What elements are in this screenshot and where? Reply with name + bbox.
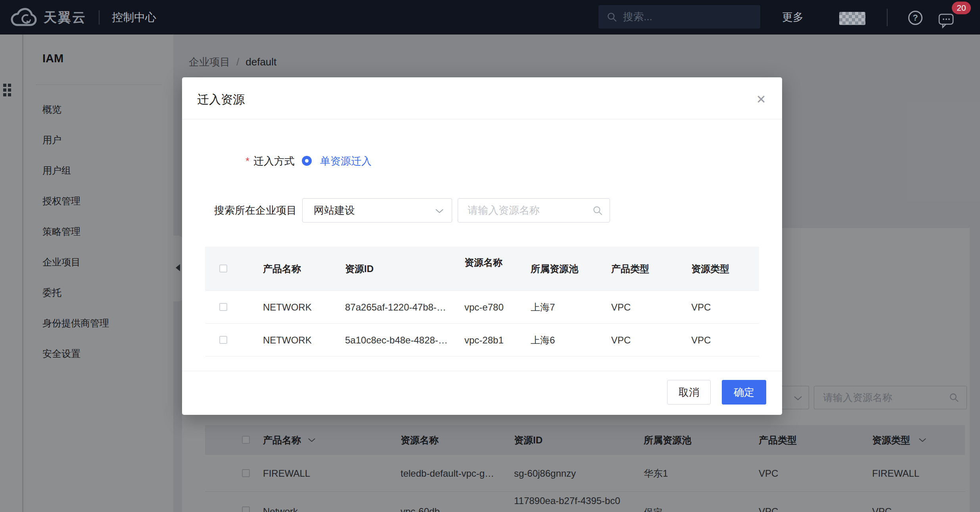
migration-mode-label: 迁入方式 [253, 154, 295, 168]
table-row[interactable]: NETWORK 87a265af-1220-47b8-… vpc-e780 上海… [205, 291, 759, 324]
table-row[interactable]: NETWORK 5a10c8ec-b48e-4828-… vpc-28b1 上海… [205, 324, 759, 357]
cloud-logo-icon [9, 7, 40, 27]
more-menu[interactable]: 更多 [782, 0, 804, 35]
app-root: 天翼云 控制中心 搜索... 更多 ? 20 IAM 概览 用户 [0, 0, 980, 512]
modal-header-divider [182, 119, 782, 119]
messages-icon[interactable] [938, 13, 954, 29]
help-icon[interactable]: ? [908, 11, 922, 25]
cell-resource-type: VPC [691, 324, 711, 357]
resource-name-input[interactable]: 请输入资源名称 [458, 198, 610, 222]
cell-product-type: VPC [611, 291, 631, 324]
notification-badge[interactable]: 20 [952, 2, 971, 14]
chevron-down-icon [435, 209, 444, 213]
cell-resource-pool: 上海7 [531, 291, 555, 324]
cell-resource-id: 5a10c8ec-b48e-4828-… [345, 324, 448, 357]
migrate-resources-modal: 迁入资源 ✕ * 迁入方式 单资源迁入 搜索所在企业项目 网站建设 请输入资源名… [182, 77, 782, 415]
cell-product-name: NETWORK [263, 324, 312, 357]
row-checkbox[interactable] [219, 336, 227, 344]
global-search-input[interactable]: 搜索... [598, 5, 760, 29]
modal-footer-divider [182, 371, 782, 371]
confirm-button[interactable]: 确定 [722, 380, 766, 405]
cell-product-type: VPC [611, 324, 631, 357]
cell-resource-id: 87a265af-1220-47b8-… [345, 291, 446, 324]
project-select[interactable]: 网站建设 [302, 198, 452, 222]
topbar-divider [99, 10, 100, 25]
topbar: 天翼云 控制中心 搜索... 更多 ? 20 [0, 0, 980, 35]
resource-name-placeholder: 请输入资源名称 [468, 199, 540, 222]
search-icon [592, 205, 603, 216]
col-resource-name: 资源名称 [464, 256, 504, 269]
col-resource-id: 资源ID [345, 263, 374, 275]
search-icon [606, 12, 618, 23]
user-account-name[interactable] [839, 12, 865, 25]
cancel-button[interactable]: 取消 [667, 380, 711, 405]
modal-title: 迁入资源 [197, 92, 245, 108]
single-resource-radio-label[interactable]: 单资源迁入 [320, 154, 372, 168]
cell-resource-type: VPC [691, 291, 711, 324]
required-asterisk: * [245, 155, 249, 167]
cell-resource-name: vpc-e780 [464, 291, 504, 324]
col-resource-type: 资源类型 [691, 263, 729, 275]
single-resource-radio[interactable] [302, 156, 312, 166]
topbar-divider [887, 9, 888, 26]
cell-resource-pool: 上海6 [531, 324, 555, 357]
col-resource-pool: 所属资源池 [531, 263, 578, 275]
cell-product-name: NETWORK [263, 291, 312, 324]
row-checkbox[interactable] [219, 303, 227, 311]
console-center-link[interactable]: 控制中心 [112, 0, 156, 35]
col-product-type: 产品类型 [611, 263, 649, 275]
project-search-label: 搜索所在企业项目 [214, 203, 297, 217]
select-all-checkbox[interactable] [219, 265, 227, 272]
project-select-value: 网站建设 [314, 199, 355, 222]
modal-table-header: 产品名称 资源ID 资源名称 所属资源池 产品类型 资源类型 [205, 247, 759, 291]
global-search-placeholder: 搜索... [623, 5, 652, 29]
cell-resource-name: vpc-28b1 [464, 324, 504, 357]
modal-resource-table: 产品名称 资源ID 资源名称 所属资源池 产品类型 资源类型 NETWORK 8… [205, 247, 759, 357]
brand-name: 天翼云 [44, 0, 86, 35]
col-product-name: 产品名称 [263, 263, 301, 275]
close-icon[interactable]: ✕ [752, 91, 770, 108]
